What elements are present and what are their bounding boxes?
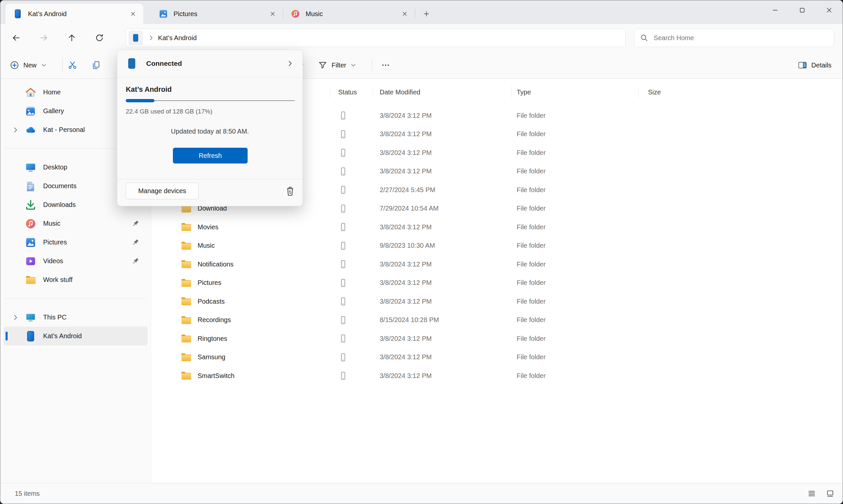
column-header-type[interactable]: Type [517, 86, 531, 99]
file-name: Podcasts [197, 298, 225, 305]
file-row-samsung[interactable]: Samsung3/8/2024 3:12 PMFile folder [151, 348, 843, 367]
popup-divider [117, 77, 303, 77]
details-view-button[interactable] [805, 486, 819, 501]
new-button[interactable]: New [5, 56, 51, 74]
maximize-button[interactable] [789, 0, 816, 20]
column-separator[interactable] [638, 87, 639, 98]
file-row-recordings[interactable]: Recordings8/15/2024 10:28 PMFile folder [151, 311, 843, 330]
status-on-device-icon [338, 292, 348, 311]
file-row-ringtones[interactable]: Ringtones3/8/2024 3:12 PMFile folder [151, 329, 843, 348]
column-separator[interactable] [373, 87, 373, 98]
sidebar-item-work-stuff[interactable]: Work stuff [4, 270, 148, 289]
popup-divider [117, 179, 303, 179]
chevron-down-icon [350, 62, 357, 68]
tab-close-icon[interactable] [129, 10, 137, 18]
file-row-podcasts[interactable]: Podcasts3/8/2024 3:12 PMFile folder [151, 292, 843, 311]
chevron-spacer [12, 163, 19, 172]
chevron-right-icon[interactable] [286, 59, 294, 68]
column-header-status[interactable]: Status [338, 86, 357, 99]
tab-close-icon[interactable] [400, 10, 409, 18]
chevron-spacer [12, 107, 19, 115]
sidebar-item-videos[interactable]: Videos [4, 252, 148, 270]
pictures-icon [158, 9, 168, 19]
selection-indicator [5, 331, 7, 341]
cut-icon [68, 60, 78, 70]
search-box[interactable] [634, 29, 834, 47]
file-date-modified: 3/8/2024 3:12 PM [380, 292, 432, 311]
pin-icon [131, 256, 140, 266]
up-button[interactable] [65, 31, 79, 45]
recycle-bin-icon[interactable] [285, 185, 296, 197]
cut-button[interactable] [64, 56, 81, 74]
sidebar-item-kat-s-android[interactable]: Kat’s Android [4, 327, 148, 345]
file-row-smartswitch[interactable]: SmartSwitch3/8/2024 3:12 PMFile folder [151, 366, 843, 385]
sidebar-item-pictures[interactable]: Pictures [4, 233, 148, 252]
thispc-icon [25, 311, 37, 323]
chevron-right-icon[interactable] [148, 34, 155, 41]
chevron-right-icon[interactable] [12, 126, 19, 134]
status-on-device-icon [338, 143, 348, 162]
tab-kat-s-android[interactable]: Kat’s Android [5, 4, 143, 24]
folder-icon [180, 277, 192, 289]
file-type: File folder [517, 329, 546, 348]
file-type: File folder [517, 218, 546, 236]
tab-label: Kat’s Android [28, 10, 129, 18]
popup-header[interactable]: Connected [117, 50, 303, 77]
close-button[interactable] [816, 0, 843, 20]
file-date-modified: 3/8/2024 3:12 PM [380, 106, 432, 125]
music-icon [25, 218, 37, 230]
column-header-size[interactable]: Size [648, 86, 661, 99]
column-separator[interactable] [511, 87, 512, 98]
filter-button[interactable]: Filter [314, 56, 361, 74]
file-row-notifications[interactable]: Notifications3/8/2024 3:12 PMFile folder [151, 255, 843, 274]
sidebar-item-label: Music [43, 220, 131, 227]
address-bar[interactable]: Kat’s Android [125, 29, 626, 47]
status-on-device-icon [338, 311, 348, 330]
file-name: SmartSwitch [197, 372, 235, 380]
details-pane-button[interactable]: Details [794, 56, 836, 74]
downloads-icon [25, 199, 37, 211]
storage-summary: 22.4 GB used of 128 GB (17%) [126, 108, 212, 115]
file-row-movies[interactable]: Movies3/8/2024 3:12 PMFile folder [151, 218, 843, 236]
chevron-spacer [12, 332, 19, 340]
new-plus-icon [10, 60, 19, 70]
column-header-date-modified[interactable]: Date Modified [380, 86, 420, 99]
breadcrumb-device[interactable]: Kat’s Android [158, 34, 197, 42]
file-type: File folder [517, 199, 546, 218]
filter-label: Filter [332, 61, 346, 69]
refresh-device-button[interactable]: Refresh [173, 148, 247, 163]
tab-music[interactable]: Music [283, 4, 415, 24]
new-tab-button[interactable] [419, 6, 434, 21]
toolbar-divider [372, 59, 372, 71]
manage-devices-button[interactable]: Manage devices [126, 183, 199, 199]
file-name: Music [197, 242, 215, 249]
status-on-device-icon [338, 162, 348, 181]
sidebar-item-music[interactable]: Music [4, 214, 148, 233]
copy-button[interactable] [87, 56, 105, 74]
back-button[interactable] [9, 31, 23, 45]
tab-close-icon[interactable] [269, 10, 277, 18]
file-type: File folder [517, 106, 546, 125]
refresh-button[interactable] [92, 31, 106, 45]
file-name: Notifications [197, 260, 234, 268]
file-date-modified: 7/29/2024 10:54 AM [380, 199, 438, 218]
more-options-button[interactable] [377, 56, 395, 74]
file-type: File folder [517, 162, 546, 181]
status-on-device-icon [338, 181, 348, 199]
forward-button[interactable] [37, 31, 51, 45]
folder-icon [180, 352, 192, 363]
sidebar-item-this-pc[interactable]: This PC [4, 308, 148, 327]
tab-pictures[interactable]: Pictures [151, 4, 283, 24]
file-row-music[interactable]: Music9/8/2023 10:30 AMFile folder [151, 236, 843, 255]
column-separator[interactable] [330, 87, 330, 98]
chevron-right-icon[interactable] [12, 313, 19, 321]
minimize-button[interactable] [762, 0, 789, 20]
folder-icon [180, 240, 192, 252]
toolbar-divider [62, 59, 63, 71]
status-on-device-icon [338, 274, 348, 292]
search-input[interactable] [654, 34, 828, 42]
file-row-pictures[interactable]: Pictures3/8/2024 3:12 PMFile folder [151, 274, 843, 292]
thumbnail-view-button[interactable] [823, 486, 838, 501]
phone-icon[interactable] [128, 31, 143, 45]
folder-icon [180, 370, 192, 382]
